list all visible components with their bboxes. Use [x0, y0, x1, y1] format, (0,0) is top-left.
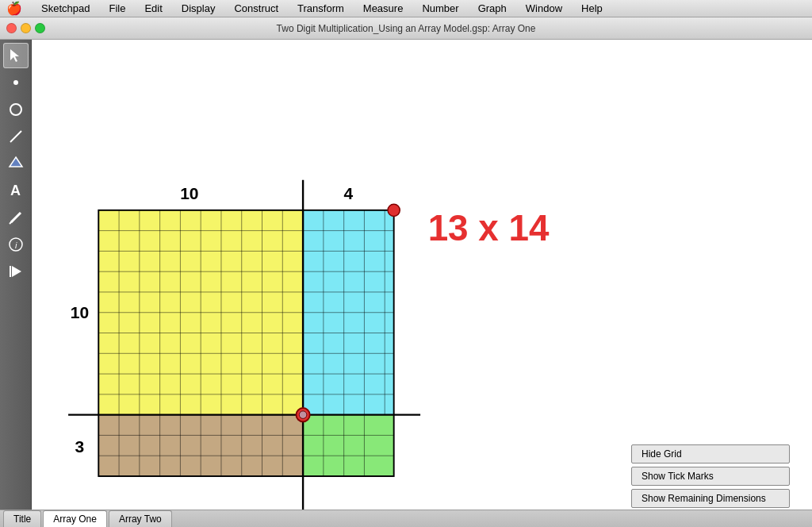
menu-edit[interactable]: Edit [141, 1, 165, 16]
menu-file[interactable]: File [105, 1, 128, 16]
close-button[interactable] [6, 23, 17, 33]
svg-marker-9 [12, 266, 21, 277]
tab-title[interactable]: Title [3, 510, 41, 527]
text-tool[interactable]: A [3, 178, 29, 203]
bottom-tabs: Title Array One Array Two [0, 510, 812, 527]
titlebar: Two Digit Multiplication_Using an Array … [0, 17, 812, 40]
svg-line-6 [10, 221, 13, 224]
svg-marker-4 [10, 157, 22, 167]
svg-text:13 x 14: 13 x 14 [428, 208, 550, 248]
menu-help[interactable]: Help [578, 1, 606, 16]
menu-number[interactable]: Number [419, 1, 462, 16]
menubar: 🍎 Sketchpad File Edit Display Construct … [0, 0, 812, 17]
svg-text:10: 10 [71, 303, 89, 321]
svg-text:i: i [15, 240, 17, 250]
script-tool[interactable] [3, 259, 29, 284]
show-remaining-dimensions-button[interactable]: Show Remaining Dimensions [631, 489, 790, 508]
line-tool[interactable] [3, 124, 29, 149]
svg-text:4: 4 [344, 184, 354, 202]
show-tick-marks-button[interactable]: Show Tick Marks [631, 467, 790, 486]
menu-window[interactable]: Window [523, 1, 565, 16]
circle-tool[interactable] [3, 97, 29, 122]
svg-text:3: 3 [75, 437, 85, 456]
menu-measure[interactable]: Measure [360, 1, 407, 16]
window-title: Two Digit Multiplication_Using an Array … [277, 23, 536, 34]
window: Two Digit Multiplication_Using an Array … [0, 17, 812, 527]
menu-construct[interactable]: Construct [231, 1, 282, 16]
menu-graph[interactable]: Graph [475, 1, 510, 16]
canvas-area[interactable]: 10 4 10 3 13 x 14 Hide Grid Show Tick Ma… [32, 40, 812, 510]
svg-marker-0 [10, 49, 19, 62]
tab-array-one[interactable]: Array One [43, 510, 107, 527]
main-content: A i [0, 40, 812, 510]
minimize-button[interactable] [21, 23, 31, 33]
apple-menu[interactable]: 🍎 [6, 1, 22, 16]
traffic-lights [6, 23, 45, 33]
svg-line-3 [10, 131, 21, 142]
svg-text:10: 10 [180, 184, 198, 202]
marker-tool[interactable] [3, 205, 29, 230]
toolbar: A i [0, 40, 32, 510]
menu-sketchpad[interactable]: Sketchpad [38, 1, 93, 16]
svg-point-71 [388, 204, 400, 216]
svg-point-73 [299, 411, 307, 419]
svg-point-1 [13, 80, 18, 85]
point-tool[interactable] [3, 70, 29, 95]
maximize-button[interactable] [35, 23, 45, 33]
buttons-panel: Hide Grid Show Tick Marks Show Remaining… [631, 444, 790, 508]
array-svg: 10 4 10 3 13 x 14 [32, 40, 812, 510]
svg-rect-14 [303, 415, 394, 476]
hide-grid-button[interactable]: Hide Grid [631, 444, 790, 464]
menu-display[interactable]: Display [178, 1, 219, 16]
svg-point-2 [10, 104, 21, 115]
tab-array-two[interactable]: Array Two [109, 510, 172, 527]
info-tool[interactable]: i [3, 232, 29, 257]
polygon-tool[interactable] [3, 151, 29, 176]
select-tool[interactable] [3, 43, 29, 68]
menu-transform[interactable]: Transform [294, 1, 347, 16]
